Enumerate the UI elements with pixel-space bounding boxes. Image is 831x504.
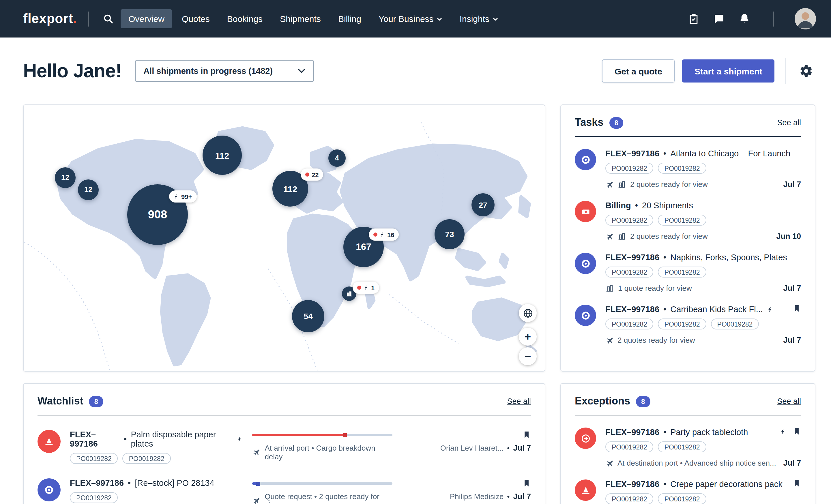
watchlist-see-all-link[interactable]: See all (507, 397, 531, 406)
lightning-icon (364, 285, 369, 291)
bookmark-icon[interactable] (792, 478, 801, 488)
watchlist-header: Watchlist 8 See all (37, 395, 531, 415)
task-item[interactable]: FLEX–997186•Napkins, Forks, Spoons, Plat… (575, 241, 801, 293)
top-navbar: flexport. Overview Quotes Bookings Shipm… (0, 0, 831, 37)
user-avatar[interactable] (795, 8, 816, 29)
task-item[interactable]: Billing•20 Shipments PO0019282 PO0019282… (575, 189, 801, 241)
nav-insights[interactable]: Insights (452, 9, 506, 28)
notifications-bell-icon[interactable] (736, 10, 752, 27)
po-tag[interactable]: PO0019282 (658, 441, 706, 452)
nav-billing[interactable]: Billing (331, 9, 369, 28)
task-date: Jun 10 (776, 232, 801, 241)
po-tag[interactable]: PO0019282 (605, 215, 654, 226)
map-cluster-bubble[interactable]: 12 (78, 179, 99, 200)
map-cluster-bubble[interactable]: 73 (434, 219, 464, 249)
progress-marker (256, 481, 260, 485)
cluster-badge[interactable]: 16 (369, 229, 399, 241)
watchlist-date: Jul 7 (513, 492, 531, 501)
watchlist-title: Watchlist (37, 395, 83, 407)
cluster-badge[interactable]: 1 (352, 281, 379, 294)
map-globe-button[interactable] (519, 304, 537, 322)
map-cluster-bubble[interactable]: 54 (292, 300, 324, 332)
cluster-badge[interactable]: 99+ (169, 190, 197, 203)
watchlist-count-badge: 8 (89, 395, 103, 407)
watchlist-status: At arrival port • Cargo breakdown delay (265, 444, 393, 461)
po-tag[interactable]: PO0019282 (605, 493, 654, 504)
alert-cone-icon (37, 430, 61, 453)
badge-count: 22 (312, 171, 319, 178)
tasks-clipboard-icon[interactable] (686, 11, 702, 27)
shipments-filter-dropdown[interactable]: All shipments in progress (1482) (135, 60, 314, 82)
po-tag[interactable]: PO0019282 (123, 453, 171, 464)
map-cluster-bubble[interactable]: 4 (328, 149, 346, 167)
task-title: 20 Shipments (642, 201, 693, 210)
lightning-icon (237, 435, 243, 443)
start-shipment-button[interactable]: Start a shipment (682, 59, 774, 83)
task-date: Jul 7 (783, 180, 801, 189)
task-item[interactable]: FLEX–997186•Atlanta to Chicago – For Lau… (575, 137, 801, 189)
alert-dot-icon (305, 173, 309, 177)
nav-divider (773, 11, 774, 26)
po-tag[interactable]: PO0019282 (658, 267, 706, 277)
po-tag[interactable]: PO0019282 (658, 163, 706, 174)
bookmark-icon[interactable] (792, 426, 801, 436)
exceptions-see-all-link[interactable]: See all (777, 397, 801, 406)
po-tag[interactable]: PO0019282 (605, 441, 654, 452)
exceptions-title: Exceptions (575, 395, 630, 407)
exception-item[interactable]: FLEX–997186•Crepe paper decorations pack… (575, 467, 801, 504)
po-tag[interactable]: PO0019282 (70, 492, 118, 503)
po-tag[interactable]: PO0019282 (605, 319, 654, 329)
po-tag[interactable]: PO0019282 (658, 493, 706, 504)
shipments-map[interactable]: 112 4 112 12 12 908 27 73 167 54 99+ 22 (23, 105, 545, 372)
flexport-logo[interactable]: flexport. (23, 11, 77, 27)
plane-icon (605, 180, 613, 188)
client-name: Orian Lev Haaret... (440, 444, 504, 452)
filter-selected-value: All shipments in progress (1482) (143, 66, 273, 76)
task-item[interactable]: FLEX–997186•Carribean Kids Pack Fl... PO… (575, 293, 801, 345)
messages-icon[interactable] (711, 11, 727, 27)
plane-icon (605, 232, 613, 240)
bookmark-icon[interactable] (792, 303, 801, 313)
globe-icon (522, 307, 534, 319)
shipment-progress-bar (252, 482, 393, 485)
map-zoom-in-button[interactable]: + (519, 328, 537, 346)
watchlist-item[interactable]: FLEX–997186•Palm disposable paper plates… (37, 415, 531, 464)
map-zoom-out-button[interactable]: − (519, 347, 537, 365)
watchlist-item[interactable]: FLEX–997186•[Re–stock] PO 28134 PO001928… (37, 464, 531, 504)
po-tag[interactable]: PO0019282 (605, 267, 654, 277)
nav-overview[interactable]: Overview (121, 9, 172, 28)
settings-gear-icon[interactable] (797, 62, 815, 80)
exception-item[interactable]: FLEX–997186•Party pack tablecloth PO0019… (575, 415, 801, 467)
page-header: Hello Jane! All shipments in progress (1… (0, 37, 831, 105)
tasks-see-all-link[interactable]: See all (777, 118, 801, 127)
po-tag[interactable]: PO0019282 (658, 319, 706, 329)
billing-icon (575, 201, 596, 222)
po-tag[interactable]: PO0019282 (70, 453, 118, 464)
chevron-down-icon (297, 69, 305, 73)
nav-your-business[interactable]: Your Business (371, 9, 450, 28)
bookmark-icon[interactable] (522, 478, 531, 488)
nav-quotes[interactable]: Quotes (174, 9, 217, 28)
nav-bookings[interactable]: Bookings (220, 9, 270, 28)
shipment-ref: FLEX–997186 (70, 430, 120, 448)
nav-your-business-label: Your Business (378, 14, 434, 24)
get-quote-button[interactable]: Get a quote (602, 59, 675, 83)
task-meta: 1 quote ready for view (618, 284, 692, 293)
exception-date: Jul 7 (783, 459, 801, 467)
map-cluster-bubble[interactable]: 112 (203, 136, 242, 175)
tasks-title: Tasks (575, 117, 603, 129)
po-tag[interactable]: PO0019282 (711, 319, 759, 329)
progress-marker (343, 433, 347, 437)
map-cluster-bubble[interactable]: 27 (471, 193, 494, 216)
task-meta: 2 quotes ready for view (630, 232, 708, 241)
nav-shipments[interactable]: Shipments (273, 9, 328, 28)
cluster-badge[interactable]: 22 (300, 169, 323, 181)
map-cluster-bubble[interactable]: 12 (55, 167, 76, 188)
search-icon[interactable] (101, 11, 116, 27)
exception-title: Party pack tablecloth (670, 427, 748, 437)
logo-text: flexport (23, 11, 73, 26)
header-divider (785, 58, 786, 84)
po-tag[interactable]: PO0019282 (605, 163, 654, 174)
bookmark-icon[interactable] (522, 430, 531, 440)
po-tag[interactable]: PO0019282 (658, 215, 706, 226)
